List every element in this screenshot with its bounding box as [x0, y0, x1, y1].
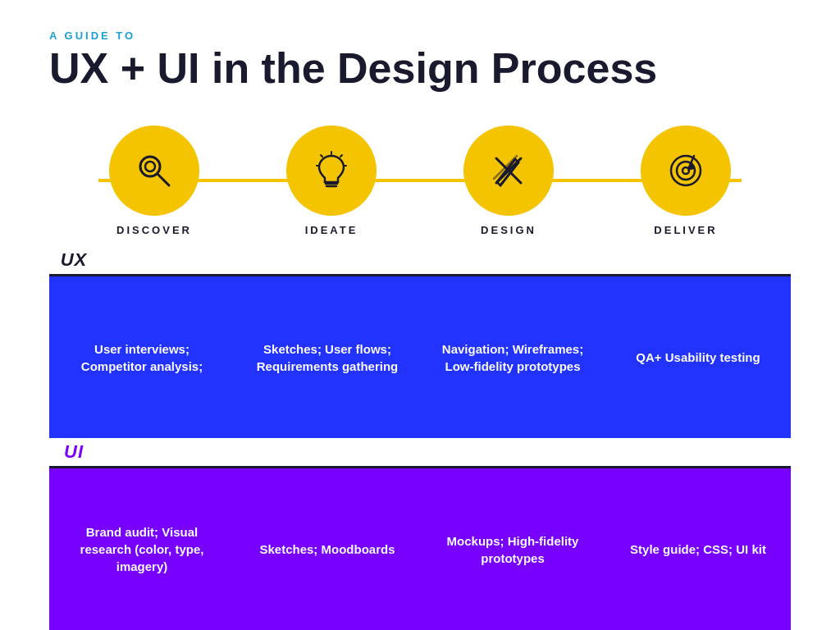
- ux-band-inner: User interviews; Competitor analysis; Sk…: [49, 276, 791, 438]
- ui-label: UI: [64, 441, 84, 463]
- ux-label: UX: [61, 249, 88, 271]
- ux-label-band: UX: [49, 246, 791, 276]
- subtitle: A GUIDE TO: [49, 30, 791, 42]
- ui-cell-3: Style guide; CSS; UI kit: [605, 468, 791, 630]
- circle-design: [463, 126, 554, 216]
- circle-discover: [109, 126, 199, 216]
- tools-icon: [486, 148, 532, 194]
- target-icon: [663, 148, 709, 194]
- bulb-icon: [308, 148, 354, 194]
- svg-line-7: [340, 155, 342, 157]
- ux-cell-0: User interviews; Competitor analysis;: [49, 276, 235, 438]
- ux-cell-2: Navigation; Wireframes; Low-fidelity pro…: [420, 276, 605, 438]
- ui-cell-0: Brand audit; Visual research (color, typ…: [49, 468, 235, 630]
- ux-label-col: UX: [49, 246, 98, 276]
- ui-cell-2: Mockups; High-fidelity prototypes: [420, 468, 605, 630]
- ux-band: User interviews; Competitor analysis; Sk…: [49, 276, 791, 438]
- svg-line-6: [321, 155, 322, 157]
- ui-band: Brand audit; Visual research (color, typ…: [49, 468, 791, 630]
- stage-discover: DISCOVER: [80, 126, 228, 236]
- stage-design: DESIGN: [435, 126, 582, 236]
- ui-section: UI Brand audit; Visual research (color, …: [49, 438, 791, 630]
- ux-cell-1: Sketches; User flows; Requirements gathe…: [235, 276, 420, 438]
- svg-point-2: [145, 162, 155, 171]
- svg-point-18: [671, 156, 701, 185]
- main-title: UX + UI in the Design Process: [49, 45, 791, 92]
- stage-label-ideate: IDEATE: [305, 224, 358, 236]
- circle-ideate: [286, 126, 377, 216]
- ux-cell-3: QA+ Usability testing: [605, 276, 791, 438]
- ux-section: UX User interviews; Competitor analysis;…: [49, 246, 791, 438]
- svg-point-20: [682, 167, 689, 174]
- stage-ideate: IDEATE: [258, 126, 405, 236]
- circle-deliver: [641, 126, 731, 216]
- stage-label-design: DESIGN: [481, 224, 536, 236]
- stage-label-deliver: DELIVER: [654, 224, 717, 236]
- ui-band-inner: Brand audit; Visual research (color, typ…: [49, 468, 791, 630]
- svg-line-1: [158, 174, 169, 185]
- ui-label-col: UI: [49, 438, 98, 468]
- ui-label-band: UI: [49, 438, 791, 468]
- stage-deliver: DELIVER: [612, 126, 760, 236]
- page: A GUIDE TO UX + UI in the Design Process…: [0, 0, 840, 630]
- ui-cell-1: Sketches; Moodboards: [235, 468, 420, 630]
- timeline: DISCOVER IDEATE: [49, 115, 791, 246]
- stage-label-discover: DISCOVER: [116, 224, 192, 236]
- search-icon: [131, 148, 177, 194]
